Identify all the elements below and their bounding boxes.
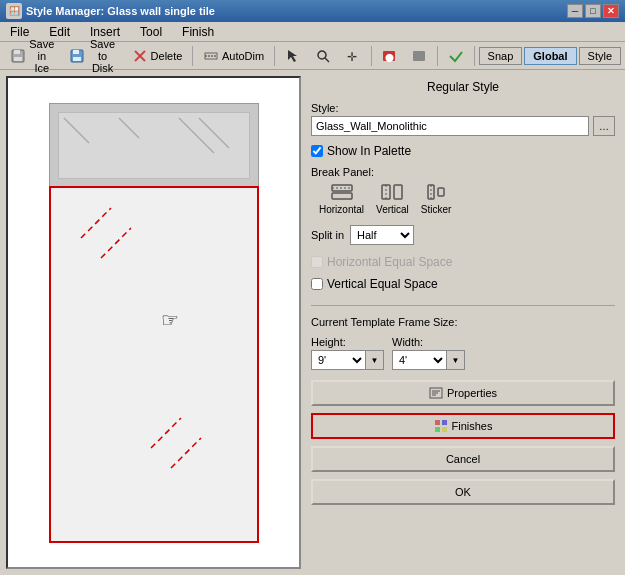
frame-size-label: Current Template Frame Size: — [311, 316, 615, 328]
svg-rect-2 — [14, 57, 22, 61]
break-panel-label: Break Panel: — [311, 166, 615, 178]
properties-label: Properties — [447, 387, 497, 399]
minimize-button[interactable]: ─ — [567, 4, 583, 18]
svg-rect-39 — [442, 420, 447, 425]
horizontal-break-icon — [330, 182, 354, 202]
style-button[interactable]: Style — [579, 47, 621, 65]
extra-icon — [411, 48, 427, 64]
show-in-palette-row: Show In Palette — [311, 144, 615, 158]
style-field-row: … — [311, 116, 615, 136]
tool-zoom-button[interactable] — [309, 45, 337, 67]
svg-point-11 — [318, 51, 326, 59]
title-controls[interactable]: ─ □ ✕ — [567, 4, 619, 18]
tool-red-button[interactable]: ⬤ — [375, 45, 403, 67]
finishes-button[interactable]: Finishes — [311, 413, 615, 439]
red-icon: ⬤ — [381, 48, 397, 64]
save-to-disk-label: Save to Disk — [88, 38, 118, 74]
section-title: Regular Style — [311, 80, 615, 94]
save-in-ice-button[interactable]: Save in Ice — [4, 45, 61, 67]
toolbar: Save in Ice Save to Disk Delete AutoDim … — [0, 42, 625, 70]
tile-container: ☞ — [49, 103, 259, 543]
width-dropdown-btn[interactable]: ▼ — [447, 350, 465, 370]
close-button[interactable]: ✕ — [603, 4, 619, 18]
properties-button[interactable]: Properties — [311, 380, 615, 406]
top-panel-inner — [58, 112, 250, 179]
vertical-equal-row: Vertical Equal Space — [311, 277, 615, 291]
top-panel-lines — [59, 113, 249, 178]
svg-line-17 — [64, 118, 89, 143]
menu-tool[interactable]: Tool — [134, 23, 168, 41]
svg-line-12 — [325, 58, 329, 62]
tool-pointer-button[interactable] — [279, 45, 307, 67]
style-field-group: Style: … — [311, 102, 615, 136]
svg-line-24 — [171, 438, 201, 468]
global-button[interactable]: Global — [524, 47, 576, 65]
height-field: Height: 8' 9' 10' ▼ — [311, 336, 384, 370]
auto-dim-button[interactable]: AutoDim — [197, 45, 270, 67]
height-select[interactable]: 8' 9' 10' — [311, 350, 366, 370]
auto-dim-label: AutoDim — [222, 50, 264, 62]
style-browse-button[interactable]: … — [593, 116, 615, 136]
style-input[interactable] — [311, 116, 589, 136]
save-in-ice-label: Save in Ice — [29, 38, 55, 74]
canvas-area[interactable]: ☞ — [6, 76, 301, 569]
split-select[interactable]: Half Third Quarter — [350, 225, 414, 245]
svg-line-18 — [119, 118, 139, 138]
tool-move-button[interactable]: ✛ — [339, 45, 367, 67]
horizontal-equal-checkbox[interactable] — [311, 256, 323, 268]
break-vertical[interactable]: Vertical — [376, 182, 409, 215]
maximize-button[interactable]: □ — [585, 4, 601, 18]
tool-extra-button[interactable] — [405, 45, 433, 67]
style-label: Style: — [311, 102, 615, 114]
pointer-icon — [285, 48, 301, 64]
svg-rect-33 — [438, 188, 444, 196]
menu-finish[interactable]: Finish — [176, 23, 220, 41]
check-button[interactable] — [442, 45, 470, 67]
separator-2 — [274, 46, 275, 66]
window-title: Style Manager: Glass wall single tile — [26, 5, 215, 17]
break-horizontal[interactable]: Horizontal — [319, 182, 364, 215]
main-content: ☞ Regular Style Style: … Show In Palette… — [0, 70, 625, 575]
cancel-label: Cancel — [446, 453, 480, 465]
title-bar: 🪟 Style Manager: Glass wall single tile … — [0, 0, 625, 22]
move-icon: ✛ — [345, 48, 361, 64]
vertical-equal-checkbox[interactable] — [311, 278, 323, 290]
ok-button[interactable]: OK — [311, 479, 615, 505]
svg-line-23 — [151, 418, 181, 448]
break-panel-group: Break Panel: Horizontal — [311, 166, 615, 217]
properties-icon — [429, 386, 443, 400]
height-dropdown-btn[interactable]: ▼ — [366, 350, 384, 370]
save-disk-icon — [69, 48, 85, 64]
vertical-equal-label[interactable]: Vertical Equal Space — [327, 277, 438, 291]
show-in-palette-checkbox[interactable] — [311, 145, 323, 157]
finishes-label: Finishes — [452, 420, 493, 432]
width-field: Width: 3' 4' 5' ▼ — [392, 336, 465, 370]
break-sticker[interactable]: Sticker — [421, 182, 452, 215]
delete-icon — [132, 48, 148, 64]
delete-button[interactable]: Delete — [126, 45, 189, 67]
size-row: Height: 8' 9' 10' ▼ Width: 3' 4' 5' — [311, 336, 615, 370]
svg-rect-5 — [73, 57, 81, 61]
svg-rect-1 — [14, 50, 20, 54]
svg-text:⬤: ⬤ — [385, 53, 394, 62]
auto-dim-icon — [203, 48, 219, 64]
separator-5 — [474, 46, 475, 66]
cancel-button[interactable]: Cancel — [311, 446, 615, 472]
svg-marker-10 — [288, 50, 297, 62]
svg-rect-4 — [73, 50, 79, 54]
sticker-break-icon — [424, 182, 448, 202]
horizontal-equal-label: Horizontal Equal Space — [327, 255, 452, 269]
zoom-icon — [315, 48, 331, 64]
width-select[interactable]: 3' 4' 5' — [392, 350, 447, 370]
horizontal-equal-row: Horizontal Equal Space — [311, 255, 615, 269]
main-panel[interactable]: ☞ — [49, 186, 259, 543]
check-icon — [448, 48, 464, 64]
save-to-disk-button[interactable]: Save to Disk — [63, 45, 124, 67]
svg-line-22 — [101, 228, 131, 258]
separator-4 — [437, 46, 438, 66]
snap-button[interactable]: Snap — [479, 47, 523, 65]
right-panel: Regular Style Style: … Show In Palette B… — [307, 76, 619, 569]
show-in-palette-label[interactable]: Show In Palette — [327, 144, 411, 158]
height-label: Height: — [311, 336, 384, 348]
svg-rect-41 — [442, 427, 447, 432]
